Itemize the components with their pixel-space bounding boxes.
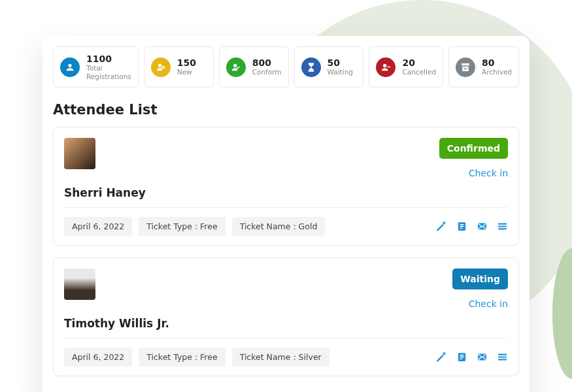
stat-total-registrations[interactable]: 1100 Total Registrations xyxy=(53,46,139,88)
list-icon[interactable] xyxy=(497,221,508,232)
mail-icon[interactable] xyxy=(477,221,488,232)
attendee-name: Timothy Willis Jr. xyxy=(64,317,508,330)
doc-icon[interactable] xyxy=(456,221,467,232)
checkin-link[interactable]: Check in xyxy=(452,299,508,309)
ticket-name-chip: Ticket Name : Gold xyxy=(232,217,326,236)
stat-label: Archived xyxy=(482,68,512,76)
stat-value: 150 xyxy=(177,57,196,68)
divider xyxy=(64,207,508,208)
ticket-type-chip: Ticket Type : Free xyxy=(139,348,225,367)
stat-label: New xyxy=(177,68,196,76)
user-plus-icon xyxy=(151,57,171,77)
action-icons xyxy=(436,221,508,232)
stat-value: 80 xyxy=(482,57,512,68)
divider xyxy=(64,338,508,338)
stats-row: 1100 Total Registrations 150 New 800 Con… xyxy=(53,46,519,88)
status-badge: Waiting xyxy=(452,269,508,289)
archive-icon xyxy=(456,57,475,77)
ticket-type-chip: Ticket Type : Free xyxy=(139,217,225,236)
user-minus-icon xyxy=(376,57,395,77)
attendee-card: Waiting Check in Timothy Willis Jr. Apri… xyxy=(53,257,519,376)
stat-value: 1100 xyxy=(86,54,131,64)
chip-row: April 6, 2022 Ticket Type : Free Ticket … xyxy=(64,217,325,236)
ticket-name-chip: Ticket Name : Silver xyxy=(232,348,329,367)
chip-row: April 6, 2022 Ticket Type : Free Ticket … xyxy=(64,348,329,367)
stat-new[interactable]: 150 New xyxy=(144,46,214,88)
stat-value: 800 xyxy=(252,57,282,68)
status-badge: Confirmed xyxy=(439,138,508,159)
mail-icon[interactable] xyxy=(477,351,488,363)
doc-icon[interactable] xyxy=(456,351,467,363)
date-chip: April 6, 2022 xyxy=(64,348,132,367)
stat-value: 50 xyxy=(328,57,353,68)
stat-cancelled[interactable]: 20 Cancelled xyxy=(369,46,443,88)
date-chip: April 6, 2022 xyxy=(64,217,132,236)
stat-value: 20 xyxy=(402,57,436,68)
stat-label: Cancelled xyxy=(402,68,436,76)
attendee-name: Sherri Haney xyxy=(64,186,508,199)
avatar xyxy=(64,138,95,169)
stat-conform[interactable]: 800 Conform xyxy=(219,46,289,88)
list-icon[interactable] xyxy=(497,351,508,363)
attendee-panel: 1100 Total Registrations 150 New 800 Con… xyxy=(42,36,530,392)
stat-archived[interactable]: 80 Archived xyxy=(448,46,519,88)
stat-label: Total Registrations xyxy=(86,64,131,80)
action-icons xyxy=(436,351,508,363)
checkin-link[interactable]: Check in xyxy=(439,168,508,178)
avatar xyxy=(64,269,95,300)
page-title: Attendee List xyxy=(53,102,519,118)
users-icon xyxy=(60,57,80,77)
attendee-card: Confirmed Check in Sherri Haney April 6,… xyxy=(53,127,519,246)
hourglass-icon xyxy=(301,57,321,77)
stat-label: Waiting xyxy=(328,68,353,76)
edit-icon[interactable] xyxy=(436,351,447,363)
stat-label: Conform xyxy=(252,68,282,76)
stat-waiting[interactable]: 50 Waiting xyxy=(294,46,364,88)
user-check-icon xyxy=(226,57,246,77)
edit-icon[interactable] xyxy=(436,221,447,232)
